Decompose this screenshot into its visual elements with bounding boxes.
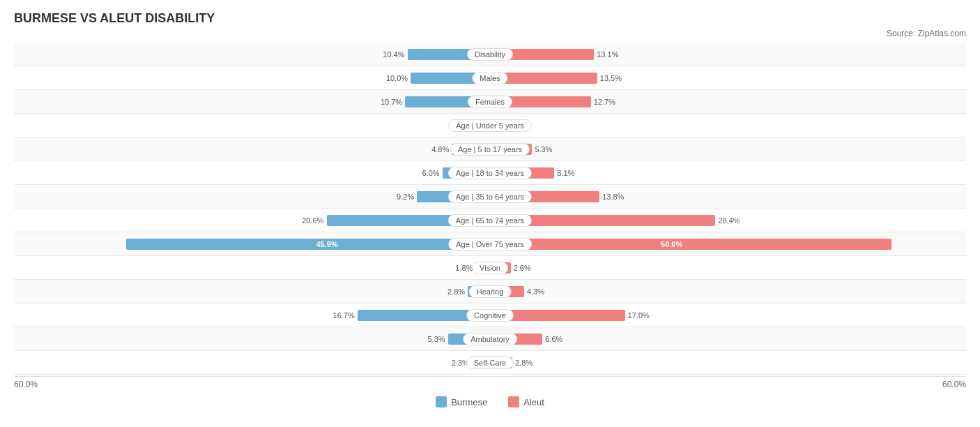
chart-row: Age | 35 to 64 years9.2%13.8% xyxy=(14,185,966,209)
center-label: Age | Under 5 years xyxy=(448,119,532,132)
center-label: Age | 5 to 17 years xyxy=(450,143,530,156)
legend-blue: Burmese xyxy=(436,396,487,407)
value-right: 28.4% xyxy=(718,216,740,225)
axis-row: 60.0% 60.0% xyxy=(14,376,966,392)
center-label: Cognitive xyxy=(466,309,514,322)
chart-row: Hearing2.8%4.3% xyxy=(14,280,966,304)
value-left: 20.6% xyxy=(302,216,323,225)
legend-pink-box xyxy=(508,396,519,407)
value-left: 2.8% xyxy=(447,287,465,296)
chart-row: Age | 18 to 34 years6.0%8.1% xyxy=(14,161,966,185)
chart-area: Disability10.4%13.1%Males10.0%13.5%Femal… xyxy=(14,43,966,375)
center-label: Females xyxy=(468,96,512,108)
bar-blue xyxy=(126,239,490,250)
value-right: 13.5% xyxy=(600,74,622,82)
value-right: 13.1% xyxy=(597,50,618,59)
chart-row: Age | 65 to 74 years20.6%28.4% xyxy=(14,209,966,232)
bar-pink xyxy=(490,239,891,250)
value-left: 45.9% xyxy=(316,240,337,248)
chart-row: Disability10.4%13.1% xyxy=(14,43,966,66)
value-right: 8.1% xyxy=(557,169,574,177)
chart-row: Vision1.8%2.6% xyxy=(14,256,966,280)
value-left: 9.2% xyxy=(397,193,414,201)
value-right: 2.8% xyxy=(515,359,533,367)
value-right: 17.0% xyxy=(628,311,650,320)
legend-blue-label: Burmese xyxy=(451,397,487,407)
chart-row: Age | 5 to 17 years4.8%5.3% xyxy=(14,137,966,161)
chart-row: Cognitive16.7%17.0% xyxy=(14,304,966,327)
value-left: 6.0% xyxy=(422,169,440,177)
legend: Burmese Aleut xyxy=(14,396,966,407)
chart-title: BURMESE VS ALEUT DISABILITY xyxy=(14,11,966,26)
value-left: 16.7% xyxy=(333,311,355,320)
axis-right: 60.0% xyxy=(942,380,966,389)
center-label: Hearing xyxy=(469,285,512,298)
chart-row: Age | Under 5 years1.1%1.2% xyxy=(14,114,966,137)
center-label: Age | 35 to 64 years xyxy=(448,190,532,203)
value-right: 5.3% xyxy=(535,145,552,153)
center-label: Age | Over 75 years xyxy=(448,238,532,250)
chart-row: Age | Over 75 years45.9%50.6% xyxy=(14,232,966,256)
legend-pink: Aleut xyxy=(508,396,544,407)
value-left: 10.4% xyxy=(383,50,404,59)
legend-pink-label: Aleut xyxy=(523,397,544,407)
chart-row: Ambulatory5.3%6.6% xyxy=(14,327,966,351)
chart-row: Self-Care2.3%2.8% xyxy=(14,351,966,375)
value-right: 2.6% xyxy=(514,264,531,272)
value-right: 50.6% xyxy=(661,240,682,248)
center-label: Ambulatory xyxy=(463,333,517,345)
chart-row: Females10.7%12.7% xyxy=(14,90,966,114)
center-label: Disability xyxy=(467,48,513,61)
source-label: Source: ZipAtlas.com xyxy=(14,29,966,38)
value-right: 6.6% xyxy=(545,335,562,343)
value-left: 10.0% xyxy=(386,74,408,82)
center-label: Males xyxy=(472,72,507,84)
center-label: Age | 65 to 74 years xyxy=(448,214,532,227)
value-left: 10.7% xyxy=(381,98,402,106)
value-left: 5.3% xyxy=(428,335,445,343)
center-label: Age | 18 to 34 years xyxy=(448,167,532,179)
center-label: Self-Care xyxy=(466,357,514,369)
center-label: Vision xyxy=(472,262,508,274)
legend-blue-box xyxy=(436,396,447,407)
axis-left: 60.0% xyxy=(14,380,38,389)
value-left: 4.8% xyxy=(431,145,449,153)
value-right: 13.8% xyxy=(602,193,624,201)
value-right: 12.7% xyxy=(594,98,615,106)
value-left: 1.8% xyxy=(455,264,473,272)
chart-row: Males10.0%13.5% xyxy=(14,66,966,90)
value-right: 4.3% xyxy=(527,287,544,296)
